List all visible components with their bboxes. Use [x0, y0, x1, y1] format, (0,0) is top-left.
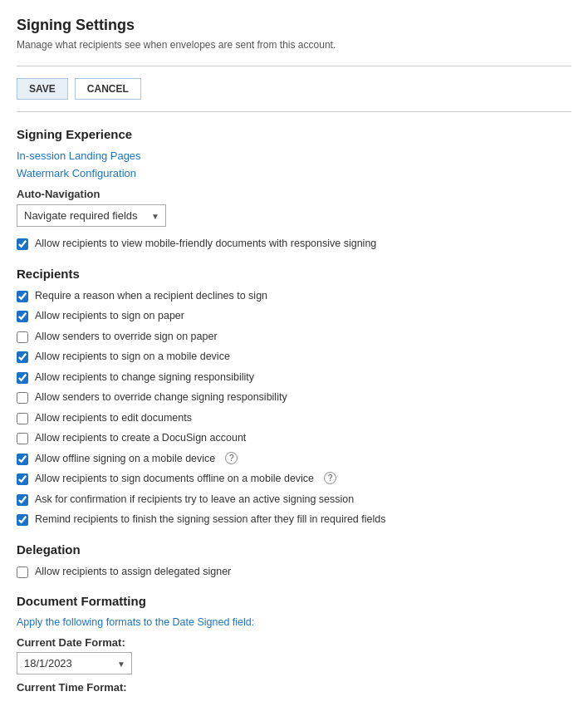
- help-icon-offline-mobile[interactable]: ?: [324, 472, 336, 484]
- recipient-label-8[interactable]: Allow offline signing on a mobile device: [35, 452, 215, 467]
- in-session-landing-pages-link[interactable]: In-session Landing Pages: [17, 150, 571, 162]
- recipient-checkbox-row-10: Ask for confirmation if recipients try t…: [17, 493, 571, 508]
- document-formatting-title: Document Formatting: [17, 594, 571, 608]
- recipients-title: Recipients: [17, 267, 571, 281]
- signing-experience-title: Signing Experience: [17, 127, 571, 141]
- recipient-checkbox-2[interactable]: [17, 331, 28, 343]
- recipient-checkbox-7[interactable]: [17, 433, 28, 444]
- auto-navigation-select-wrap: Navigate required fields Navigate all fi…: [17, 204, 166, 227]
- recipient-label-3[interactable]: Allow recipients to sign on a mobile dev…: [35, 350, 230, 365]
- recipient-label-2[interactable]: Allow senders to override sign on paper: [35, 330, 218, 345]
- recipient-checkbox-6[interactable]: [17, 413, 28, 424]
- recipient-label-10[interactable]: Ask for confirmation if recipients try t…: [35, 493, 354, 508]
- divider-after-buttons: [17, 111, 571, 112]
- recipient-checkbox-9[interactable]: [17, 473, 28, 485]
- recipient-checkbox-row-1: Allow recipients to sign on paper: [17, 309, 571, 324]
- delegation-title: Delegation: [17, 542, 571, 557]
- delegation-label-0[interactable]: Allow recipients to assign delegated sig…: [35, 565, 231, 580]
- auto-navigation-select[interactable]: Navigate required fields Navigate all fi…: [17, 204, 166, 227]
- page-title: Signing Settings: [17, 17, 571, 34]
- action-buttons: SAVE CANCEL: [17, 78, 571, 100]
- recipient-label-6[interactable]: Allow recipients to edit documents: [35, 411, 192, 426]
- recipient-checkbox-row-9: Allow recipients to sign documents offli…: [17, 472, 571, 487]
- recipient-checkbox-0[interactable]: [17, 291, 28, 302]
- auto-navigation-label: Auto-Navigation: [17, 188, 571, 200]
- recipient-checkbox-11[interactable]: [17, 514, 28, 526]
- recipient-label-11[interactable]: Remind recipients to finish the signing …: [35, 513, 385, 527]
- recipient-label-0[interactable]: Require a reason when a recipient declin…: [35, 289, 267, 304]
- watermark-configuration-link[interactable]: Watermark Configuration: [17, 167, 571, 179]
- recipient-label-1[interactable]: Allow recipients to sign on paper: [35, 309, 184, 324]
- date-format-select-wrap: 18/1/2023 01/18/2023 January 18, 2023 18…: [17, 652, 132, 674]
- recipient-checkbox-row-8: Allow offline signing on a mobile device…: [17, 452, 571, 467]
- recipient-checkbox-10[interactable]: [17, 494, 28, 506]
- recipient-label-5[interactable]: Allow senders to override change signing…: [35, 390, 287, 405]
- recipient-checkbox-3[interactable]: [17, 351, 28, 363]
- divider-top: [17, 66, 571, 66]
- current-time-format-label: Current Time Format:: [17, 681, 571, 694]
- delegation-checkbox-row-0: Allow recipients to assign delegated sig…: [17, 565, 571, 580]
- responsive-signing-checkbox[interactable]: [17, 238, 28, 250]
- delegation-checkbox-0[interactable]: [17, 566, 28, 578]
- cancel-button[interactable]: CANCEL: [75, 78, 141, 100]
- document-formatting-subtitle: Apply the following formats to the Date …: [17, 616, 571, 628]
- recipient-checkbox-5[interactable]: [17, 392, 28, 404]
- date-format-select[interactable]: 18/1/2023 01/18/2023 January 18, 2023 18…: [17, 652, 132, 674]
- recipient-checkbox-row-0: Require a reason when a recipient declin…: [17, 289, 571, 304]
- recipient-checkbox-8[interactable]: [17, 454, 28, 465]
- recipient-checkbox-row-5: Allow senders to override change signing…: [17, 390, 571, 405]
- responsive-signing-label[interactable]: Allow recipients to view mobile-friendly…: [35, 237, 376, 252]
- recipient-label-9[interactable]: Allow recipients to sign documents offli…: [35, 472, 314, 487]
- recipient-checkbox-row-6: Allow recipients to edit documents: [17, 411, 571, 426]
- recipient-label-4[interactable]: Allow recipients to change signing respo…: [35, 370, 254, 385]
- recipient-checkbox-row-11: Remind recipients to finish the signing …: [17, 513, 571, 527]
- recipient-checkbox-row-2: Allow senders to override sign on paper: [17, 330, 571, 345]
- help-icon-offline-signing[interactable]: ?: [225, 452, 238, 464]
- current-date-format-label: Current Date Format:: [17, 636, 571, 649]
- recipient-checkbox-1[interactable]: [17, 311, 28, 322]
- recipient-checkbox-row-4: Allow recipients to change signing respo…: [17, 370, 571, 385]
- recipient-checkbox-4[interactable]: [17, 372, 28, 384]
- responsive-signing-row: Allow recipients to view mobile-friendly…: [17, 237, 571, 252]
- save-button[interactable]: SAVE: [17, 78, 68, 100]
- recipient-label-7[interactable]: Allow recipients to create a DocuSign ac…: [35, 431, 246, 446]
- recipient-checkbox-row-7: Allow recipients to create a DocuSign ac…: [17, 431, 571, 446]
- page-subtitle: Manage what recipients see when envelope…: [17, 39, 571, 51]
- recipient-checkbox-row-3: Allow recipients to sign on a mobile dev…: [17, 350, 571, 365]
